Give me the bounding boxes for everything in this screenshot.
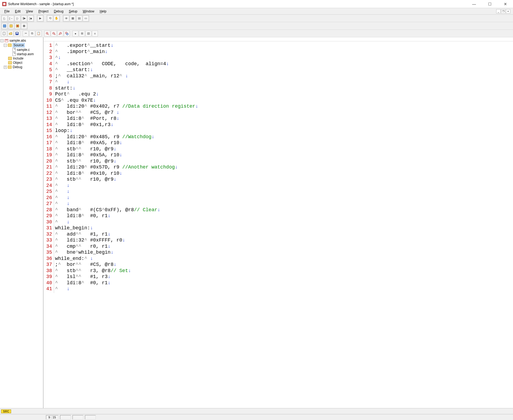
code-line[interactable]: while_end:^ ↓ — [55, 256, 198, 262]
minimize-button[interactable]: — — [469, 0, 479, 8]
code-line[interactable]: ^↓ — [55, 55, 198, 61]
menu-file[interactable]: File — [2, 9, 12, 14]
step-into-icon[interactable]: {↓ — [2, 15, 8, 21]
code-line[interactable]: ^ ↓ — [55, 201, 198, 207]
menu-edit[interactable]: Edit — [12, 9, 23, 14]
code-line[interactable]: ^ ↓ — [55, 188, 198, 195]
code-line[interactable]: ^ band^ #(CS^0xFF), @r8// Clear↓ — [55, 207, 198, 213]
code-line[interactable]: ^ stb^^ r10, @r9↓ — [55, 176, 198, 183]
code-line[interactable]: while_begin:↓ — [55, 225, 198, 231]
code-line[interactable]: ^ stb^^ r10, @r9↓ — [55, 146, 198, 152]
project-tree[interactable]: − sample.abs − Source sample.c startup.a… — [0, 37, 43, 408]
cut-icon[interactable]: ✂ — [23, 31, 29, 37]
editor-scroll[interactable]: 1234567891011121314151617181920212223242… — [44, 41, 513, 408]
find-icon[interactable] — [44, 31, 50, 37]
code-line[interactable]: CS^ .equ 0x7E↓ — [55, 97, 198, 104]
close-button[interactable]: ✕ — [500, 0, 511, 8]
code-line[interactable]: ^ ↓ — [55, 286, 198, 292]
code-line[interactable]: ^ add^^ #1, r1↓ — [55, 231, 198, 237]
code-line[interactable]: ^ ldi:8^ #0xA5, r10↓ — [55, 140, 198, 146]
code-line[interactable]: ^ ldi:8^ #Port, r8↓ — [55, 115, 198, 122]
reset-icon[interactable]: ⟲ — [47, 15, 53, 21]
new-file-icon[interactable] — [1, 31, 7, 37]
code-line[interactable]: ^ ldi:8^ #0, r1↓ — [55, 280, 198, 286]
code-line[interactable]: ^ ↓ — [55, 195, 198, 201]
window-list-icon[interactable]: ≡ — [92, 31, 98, 37]
watch-icon[interactable]: 👁 — [63, 15, 69, 21]
menu-window[interactable]: Window — [80, 9, 97, 14]
find-prev-icon[interactable] — [57, 31, 63, 37]
paste-icon[interactable]: 📋 — [36, 31, 42, 37]
code-line[interactable]: Port^ .equ 2↓ — [55, 91, 198, 97]
register-icon[interactable]: ▤ — [76, 15, 82, 21]
code-line[interactable]: ^ ↓ — [55, 183, 198, 189]
code-line[interactable]: ^ ↓ — [55, 219, 198, 225]
code-line[interactable]: ^ ldi:32^ #0xFFFF, r0↓ — [55, 237, 198, 243]
menu-setup[interactable]: Setup — [66, 9, 80, 14]
code-line[interactable]: ;^ call32^ _main, r12^ ↓ — [55, 73, 198, 79]
code-line[interactable]: ^ .import^_main↓ — [55, 49, 198, 55]
replace-icon[interactable] — [64, 31, 70, 37]
code-line[interactable]: ^ ldi:20^ #0x402, r7 //Data direction re… — [55, 103, 198, 110]
compile-icon[interactable] — [2, 23, 8, 29]
find-next-icon[interactable] — [51, 31, 57, 37]
code-line[interactable]: ^ .export^__start↓ — [55, 42, 198, 49]
window-cascade-icon[interactable]: ▧ — [85, 31, 91, 37]
menu-help[interactable]: Help — [97, 9, 109, 14]
menu-view[interactable]: View — [23, 9, 36, 14]
mdi-close-button[interactable]: × — [506, 9, 510, 14]
code-line[interactable]: ^ ldi:20^ #0x57D, r9 //Another watchdog↓ — [55, 164, 198, 170]
code-line[interactable]: ^ ldi:8^ #0x5A, r10↓ — [55, 152, 198, 158]
expander-icon[interactable]: − — [1, 39, 4, 42]
toggle-breakpoint-icon[interactable]: ● — [72, 31, 78, 37]
code-line[interactable]: ^ ldi:8^ #0x10, r10↓ — [55, 170, 198, 177]
code-line[interactable]: ^ stb^^ r3, @r8// Set↓ — [55, 268, 198, 274]
window-tile-icon[interactable]: ⊞ — [79, 31, 85, 37]
run-to-icon[interactable]: {▶ — [21, 15, 27, 21]
mdi-restore-button[interactable]: ❐ — [501, 9, 505, 14]
menu-project[interactable]: Project — [36, 9, 51, 14]
code-line[interactable]: ;^ bor^^ #CS, @r8↓ — [55, 262, 198, 268]
tree-file-startup-asm[interactable]: startup.asm — [1, 52, 42, 56]
save-file-icon[interactable] — [14, 31, 20, 37]
code-line[interactable]: loop:↓ — [55, 128, 198, 134]
code-line[interactable]: ^ ldi:8^ #0x1,r3↓ — [55, 122, 198, 128]
step-out-icon[interactable]: {↑ — [15, 15, 21, 21]
expander-icon[interactable]: + — [4, 66, 7, 69]
code-line[interactable]: ^ .section^ CODE, code, align=4↓ — [55, 61, 198, 67]
open-file-icon[interactable] — [8, 31, 14, 37]
code-line[interactable]: ^ bor^^ #CS, @r7 ↓ — [55, 110, 198, 116]
tree-object-folder[interactable]: Object — [1, 61, 42, 65]
code-line[interactable]: ^ __start:↓ — [55, 67, 198, 73]
code-editor[interactable]: 1234567891011121314151617181920212223242… — [44, 41, 513, 293]
stop-icon[interactable]: {■ — [28, 15, 34, 21]
src-tab[interactable]: SRC — [1, 409, 11, 413]
code-line[interactable]: ^ ldi:20^ #0x485, r9 //Watchdog↓ — [55, 134, 198, 140]
step-over-icon[interactable]: {→ — [8, 15, 14, 21]
code-content[interactable]: ^ .export^__start↓^ .import^_main↓^↓^ .s… — [54, 41, 198, 293]
code-line[interactable]: ^ cmp^^ r0, r1↓ — [55, 243, 198, 250]
output-icon[interactable]: ▭ — [83, 15, 89, 21]
tree-include-folder[interactable]: Include — [1, 56, 42, 61]
expander-icon[interactable]: − — [4, 44, 7, 47]
code-line[interactable]: ^ bne^while_begin↓ — [55, 249, 198, 256]
code-line[interactable]: ^ ldi:8^ #0, r1↓ — [55, 213, 198, 219]
copy-icon[interactable]: ⧉ — [29, 31, 35, 37]
break-icon[interactable]: ✋ — [54, 15, 59, 21]
tree-root[interactable]: − sample.abs — [1, 38, 42, 43]
build-icon[interactable] — [15, 23, 21, 29]
stop-build-icon[interactable] — [21, 23, 27, 29]
code-line[interactable]: ^ ↓ — [55, 79, 198, 85]
maximize-button[interactable]: ☐ — [484, 0, 495, 8]
code-line[interactable]: start:↓ — [55, 85, 198, 91]
tree-debug-folder[interactable]: + Debug — [1, 65, 42, 69]
mdi-minimize-button[interactable]: _ — [496, 9, 501, 14]
tree-file-sample-c[interactable]: sample.c — [1, 48, 42, 52]
code-line[interactable]: ^ stb^^ r10, @r9↓ — [55, 158, 198, 164]
tree-source-folder[interactable]: − Source — [1, 43, 42, 48]
memory-icon[interactable]: ▦ — [70, 15, 76, 21]
make-icon[interactable] — [8, 23, 14, 29]
continue-icon[interactable]: ▶ — [37, 15, 43, 21]
code-line[interactable]: ^ lsl^^ #1, r3↓ — [55, 274, 198, 280]
menu-debug[interactable]: Debug — [51, 9, 66, 14]
